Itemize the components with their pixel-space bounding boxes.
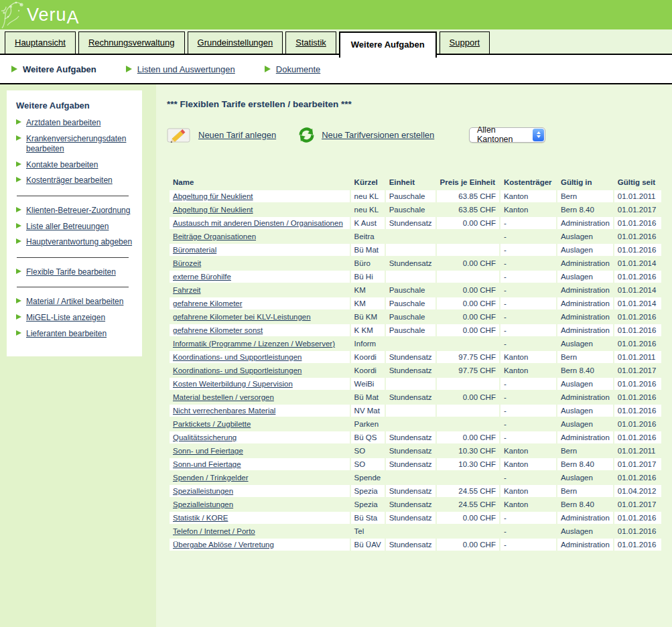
tariff-name-link[interactable]: Parktickets / Zugbilette (173, 420, 251, 428)
cell-kurzel: Inform (351, 338, 385, 350)
tariff-name-link[interactable]: Kosten Weiterbildung / Supervision (173, 380, 293, 388)
tab-grundeinstellungen[interactable]: Grundeinstellungen (188, 31, 283, 54)
sidebar-link[interactable]: Krankenversicherungsdaten bearbeiten (26, 134, 134, 155)
sidebar-item-lieferanten-bearbeiten[interactable]: Lieferanten bearbeiten (16, 329, 134, 340)
tariff-name-link[interactable]: gefahrene Kilometer sonst (173, 326, 263, 334)
tab-hauptansicht[interactable]: Hauptansicht (5, 31, 76, 54)
cell-gultig-in: Auslagen (557, 230, 613, 242)
cell-preis-je-einheit: 97.75 CHF (437, 351, 499, 363)
cell-kostentrager: - (500, 257, 556, 269)
sidebar-item-material-artikel-bearbeiten[interactable]: Material / Artikel bearbeiten (16, 297, 134, 307)
cell-kurzel: KM (351, 284, 385, 296)
sidebar-link[interactable]: MiGEL-Liste anzeigen (26, 313, 105, 324)
subnav-item-weitere-aufgaben[interactable]: Weitere Aufgaben (11, 64, 96, 74)
tariff-name-link[interactable]: Sonn-und Feiertage (173, 460, 241, 468)
tariff-name-link[interactable]: Spezialleistungen (173, 487, 233, 495)
sidebar-link[interactable]: Liste aller Betreuungen (26, 222, 109, 232)
cell-gultig-in: Administration (557, 311, 613, 323)
sidebar-item-flexible-tarife-bearbeiten[interactable]: Flexible Tarife bearbeiten (16, 267, 134, 278)
cell-einheit (386, 405, 435, 417)
arrow-right-icon (16, 177, 21, 182)
cell-kostentrager: Kanton (500, 204, 556, 216)
new-tariff-versions-link[interactable]: Neue Tarifversionen erstellen (322, 130, 434, 140)
sidebar-item-liste-aller-betreuungen[interactable]: Liste aller Betreuungen (16, 222, 134, 232)
cell-kostentrager: - (500, 284, 556, 296)
cell-preis-je-einheit: 10.30 CHF (437, 458, 499, 470)
sidebar-link[interactable]: Kostenträger bearbeiten (26, 176, 113, 186)
cell-name: Kosten Weiterbildung / Supervision (170, 378, 350, 390)
cell-preis-je-einheit (437, 418, 499, 430)
sidebar-link[interactable]: Kontakte bearbeiten (26, 160, 98, 171)
subnav-item-dokumente[interactable]: Dokumente (265, 64, 320, 74)
sidebar-item-kontakte-bearbeiten[interactable]: Kontakte bearbeiten (16, 160, 134, 171)
cell-kurzel: KM (351, 297, 385, 309)
tab-weitere-aufgaben[interactable]: Weitere Aufgaben (339, 31, 437, 58)
tariff-name-link[interactable]: Büromaterial (173, 246, 216, 254)
sidebar-item-klienten-betreuer-zuordnung[interactable]: Klienten-Betreuer-Zuordnung (16, 206, 134, 216)
tariff-name-link[interactable]: Übergabe Ablöse / Vertretung (173, 541, 274, 549)
cell-name: Büromaterial (170, 244, 350, 256)
sidebar-item-krankenversicherungsdaten-bearbeiten[interactable]: Krankenversicherungsdaten bearbeiten (16, 134, 134, 155)
cell-gultig-seit: 01.01.2016 (614, 244, 661, 256)
tab-statistik[interactable]: Statistik (285, 31, 336, 54)
tariff-name-link[interactable]: Beiträge Organisationen (173, 232, 256, 240)
refresh-arrows-icon[interactable] (297, 126, 316, 144)
sidebar-item-hauptverantwortung-abgeben[interactable]: Hauptverantwortung abgeben (16, 237, 134, 248)
cell-kostentrager: Kanton (500, 458, 556, 470)
tab-support[interactable]: Support (440, 31, 490, 54)
canton-select[interactable]: Allen Kantonen (469, 127, 545, 143)
tariff-name-link[interactable]: Abgeltung für Neuklient (173, 206, 253, 214)
cell-kostentrager: - (500, 391, 556, 403)
tariff-name-link[interactable]: Spenden / Trinkgelder (173, 474, 249, 482)
sidebar-link[interactable]: Material / Artikel bearbeiten (26, 297, 123, 307)
cell-einheit: Pauschale (386, 297, 435, 309)
tariff-name-link[interactable]: gefahrene Kilometer (173, 299, 243, 307)
sidebar-item-arztdaten-bearbeiten[interactable]: Arztdaten bearbeiten (16, 118, 134, 129)
sidebar-link[interactable]: Hauptverantwortung abgeben (26, 237, 132, 248)
tariff-name-link[interactable]: Informatik (Programme / Lizenzen / Webse… (173, 340, 335, 348)
cell-kostentrager: - (500, 431, 556, 443)
tariff-name-link[interactable]: Sonn- und Feiertage (173, 447, 243, 455)
sidebar-item-kostentrager-bearbeiten[interactable]: Kostenträger bearbeiten (16, 176, 134, 186)
cell-preis-je-einheit (437, 405, 499, 417)
cell-gultig-in: Auslagen (557, 472, 613, 484)
tariff-name-link[interactable]: Austausch mit anderen Diensten / Organis… (173, 219, 343, 227)
tariff-name-link[interactable]: Abgeltung für Neuklient (173, 192, 253, 200)
select-stepper-icon (533, 129, 544, 141)
table-row: Austausch mit anderen Diensten / Organis… (170, 217, 661, 229)
tab-rechnungsverwaltung[interactable]: Rechnungsverwaltung (78, 31, 185, 54)
cell-gultig-seit: 01.01.2011 (614, 190, 661, 202)
cell-gultig-in: Administration (557, 257, 613, 269)
tariff-name-link[interactable]: Koordinations- und Supportleistungen (173, 353, 301, 361)
edit-pencil-icon[interactable] (167, 126, 191, 143)
canton-select-value: Allen Kantonen (477, 125, 533, 144)
cell-kurzel: K Aust (351, 217, 385, 229)
cell-kostentrager: - (500, 405, 556, 417)
tariff-name-link[interactable]: Telefon / Internet / Porto (173, 527, 255, 535)
tariff-name-link[interactable]: gefahrene Kilometer bei KLV-Leistungen (173, 313, 311, 321)
tariff-name-link[interactable]: Material bestellen / versorgen (173, 393, 274, 401)
cell-einheit (386, 472, 435, 484)
tariff-name-link[interactable]: Spezialleistungen (173, 500, 233, 508)
sidebar-link[interactable]: Arztdaten bearbeiten (26, 118, 100, 129)
subnav-item-listen-und-auswertungen[interactable]: Listen und Auswertungen (126, 64, 235, 74)
cell-einheit: Stundensatz (386, 257, 435, 269)
tariff-name-link[interactable]: externe Bürohilfe (173, 273, 231, 281)
subnav-label: Dokumente (276, 64, 320, 74)
main-panel: *** Flexiblen Tarife erstellen / bearbei… (156, 84, 672, 627)
sidebar-item-migel-liste-anzeigen[interactable]: MiGEL-Liste anzeigen (16, 313, 134, 324)
sidebar-link[interactable]: Lieferanten bearbeiten (26, 329, 107, 340)
sidebar-link[interactable]: Klienten-Betreuer-Zuordnung (26, 206, 130, 216)
tariff-name-link[interactable]: Fahrzeit (173, 286, 201, 294)
tariff-name-link[interactable]: Qualitätssicherung (173, 433, 237, 441)
sidebar: Weitere Aufgaben Arztdaten bearbeitenKra… (7, 90, 142, 356)
sidebar-menu: Arztdaten bearbeitenKrankenversicherungs… (16, 118, 134, 339)
new-tariff-link[interactable]: Neuen Tarif anlegen (198, 130, 276, 140)
tariff-name-link[interactable]: Koordinations- und Supportleistungen (173, 366, 301, 374)
tariff-name-link[interactable]: Statistik / KORE (173, 514, 228, 522)
tariff-name-link[interactable]: Nicht verrechenbares Material (173, 407, 275, 415)
column-header-gultig-in: Gültig in (557, 176, 613, 189)
cell-preis-je-einheit: 0.00 CHF (437, 297, 499, 309)
sidebar-link[interactable]: Flexible Tarife bearbeiten (26, 267, 116, 278)
tariff-name-link[interactable]: Bürozeit (173, 259, 201, 267)
